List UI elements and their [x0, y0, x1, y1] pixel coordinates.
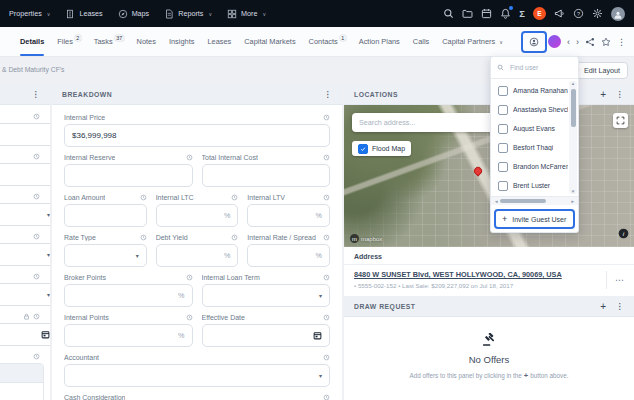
address-link[interactable]: 8480 W SUNSET Blvd, WEST HOLLYWOOD, CA, … — [354, 270, 600, 279]
history-icon[interactable] — [323, 394, 330, 400]
input-total-internal-cost[interactable] — [202, 164, 331, 187]
clipped-input[interactable] — [0, 323, 50, 346]
megaphone-icon[interactable] — [554, 8, 565, 19]
history-icon[interactable] — [140, 234, 147, 241]
bell-icon[interactable] — [500, 8, 511, 19]
input-loan-amount[interactable] — [64, 204, 147, 227]
history-icon[interactable] — [323, 354, 330, 361]
input-internal-loan-term[interactable]: ▾ — [202, 284, 331, 307]
nav-item-leases[interactable]: Leases — [65, 9, 102, 19]
user-option-amanda-ranahan[interactable]: Amanda Ranahan — [491, 81, 568, 100]
flood-map-checkbox[interactable] — [358, 144, 368, 154]
user-checkbox[interactable] — [498, 124, 508, 134]
scroll-left-icon[interactable]: ◄ — [494, 199, 498, 204]
history-icon[interactable] — [231, 234, 238, 241]
history-icon[interactable] — [323, 234, 330, 241]
vertical-scrollbar[interactable]: ▲ ▼ — [569, 81, 577, 194]
scroll-thumb[interactable] — [500, 199, 546, 203]
input-broker-points[interactable]: % — [64, 284, 193, 307]
tab-tasks[interactable]: Tasks37 — [94, 27, 124, 56]
history-icon[interactable] — [186, 154, 193, 161]
avatar-initial[interactable]: E — [533, 7, 546, 20]
history-icon[interactable] — [33, 273, 40, 280]
address-more-icon[interactable]: ⋯ — [606, 271, 624, 289]
input-internal-points[interactable]: % — [64, 324, 193, 347]
scroll-right-icon[interactable]: ► — [571, 199, 575, 204]
favorite-icon[interactable] — [601, 37, 611, 47]
user-option-besfort-thaqi[interactable]: Besfort Thaqi — [491, 138, 568, 157]
history-icon[interactable] — [323, 154, 330, 161]
next-record-icon[interactable]: › — [576, 37, 579, 47]
clipped-input[interactable] — [0, 163, 50, 186]
add-offer-icon[interactable]: + — [600, 301, 606, 312]
gear-icon[interactable] — [592, 8, 603, 19]
user-option-brent-luster[interactable]: Brent Luster — [491, 176, 568, 195]
scroll-up-icon[interactable]: ▲ — [569, 81, 577, 86]
history-icon[interactable] — [33, 193, 40, 200]
folder-icon[interactable] — [462, 8, 473, 19]
panel-menu-icon[interactable]: ⋮ — [616, 302, 625, 311]
input-debt-yield[interactable]: % — [156, 244, 239, 267]
history-icon[interactable] — [186, 314, 193, 321]
guest-access-icon[interactable] — [529, 37, 539, 47]
prev-record-icon[interactable]: ‹ — [567, 37, 570, 47]
nav-item-reports[interactable]: Reports∨ — [164, 9, 212, 19]
user-checkbox[interactable] — [498, 105, 508, 115]
map-info-icon[interactable]: i — [618, 225, 629, 243]
clipped-input[interactable]: ▾ — [0, 243, 50, 266]
tab-details[interactable]: Details — [20, 27, 44, 56]
tab-action-plans[interactable]: Action Plans — [359, 27, 400, 56]
input-internal-ltv[interactable]: % — [247, 204, 330, 227]
input-effective-date[interactable] — [202, 324, 331, 347]
history-icon[interactable] — [323, 274, 330, 281]
invite-guest-user-button[interactable]: + Invite Guest User — [494, 209, 575, 229]
more-options-icon[interactable]: ⋮ — [617, 37, 626, 47]
add-location-icon[interactable]: + — [600, 89, 606, 100]
tab-capital-partners[interactable]: Capital Partners∨ — [442, 27, 503, 56]
input-internal-price[interactable]: $36,999,998 — [64, 124, 330, 147]
input-accountant[interactable]: ▾ — [64, 364, 330, 387]
user-option-anastasiya-shevcher[interactable]: Anastasiya Shevcher — [491, 100, 568, 119]
user-checkbox[interactable] — [498, 181, 508, 191]
history-icon[interactable] — [33, 233, 40, 240]
history-icon[interactable] — [323, 194, 330, 201]
tab-contacts[interactable]: Contacts1 — [309, 27, 346, 56]
tab-notes[interactable]: Notes — [137, 27, 156, 56]
history-icon[interactable] — [33, 113, 40, 120]
tab-insights[interactable]: Insights — [169, 27, 194, 56]
horizontal-scrollbar[interactable]: ◄ ► — [491, 196, 578, 205]
user-option-brandon-mcfarren[interactable]: Brandon McFarren — [491, 157, 568, 176]
panel-menu-icon[interactable]: ⋮ — [616, 90, 625, 99]
tab-files[interactable]: Files2 — [57, 27, 81, 56]
history-icon[interactable] — [231, 194, 238, 201]
history-icon[interactable] — [33, 353, 40, 360]
history-icon[interactable] — [33, 153, 40, 160]
input-internal-rate-spread[interactable]: % — [247, 244, 330, 267]
nav-item-more[interactable]: More∨ — [227, 9, 266, 19]
sigma-icon[interactable]: Σ — [519, 8, 525, 19]
help-icon[interactable]: ? — [573, 8, 584, 19]
fullscreen-icon[interactable] — [613, 113, 628, 128]
flood-map-toggle[interactable]: Flood Map — [352, 141, 411, 156]
clipped-input[interactable]: ▾ — [0, 203, 50, 226]
user-checkbox[interactable] — [498, 162, 508, 172]
scroll-down-icon[interactable]: ▼ — [569, 189, 577, 194]
input-internal-ltc[interactable]: % — [156, 204, 239, 227]
clipped-input[interactable]: ▾ — [0, 283, 50, 306]
history-icon[interactable] — [186, 274, 193, 281]
history-icon[interactable] — [33, 313, 40, 320]
input-rate-type[interactable]: ▾ — [64, 244, 147, 267]
panel-menu-icon[interactable]: ⋮ — [324, 90, 333, 99]
find-user-input[interactable] — [508, 63, 572, 72]
clipped-input[interactable] — [0, 123, 50, 146]
history-icon[interactable] — [323, 314, 330, 321]
panel-menu-icon[interactable]: ⋮ — [32, 90, 41, 99]
share-icon[interactable] — [585, 37, 595, 47]
tab-capital-markets[interactable]: Capital Markets — [244, 27, 295, 56]
user-checkbox[interactable] — [498, 86, 508, 96]
nav-item-properties[interactable]: Properties∨ — [9, 9, 50, 18]
tab-calls[interactable]: Calls — [413, 27, 429, 56]
active-user-avatar[interactable] — [548, 35, 561, 48]
avatar-user[interactable] — [611, 7, 625, 21]
user-checkbox[interactable] — [498, 143, 508, 153]
